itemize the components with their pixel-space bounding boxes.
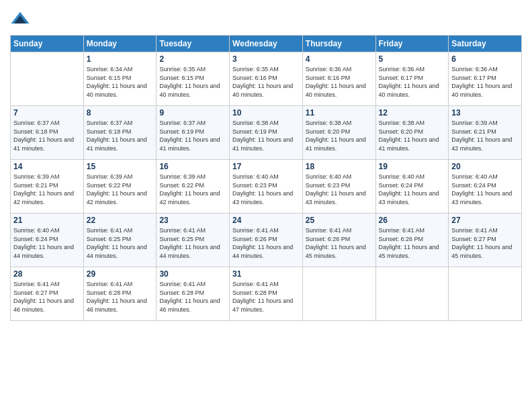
daylight-text: Daylight: 11 hours and 40 minutes. [306,83,366,98]
day-info: Sunrise: 6:41 AMSunset: 6:26 PMDaylight:… [306,226,373,260]
daylight-text: Daylight: 11 hours and 41 minutes. [306,136,366,152]
day-number: 10 [232,108,300,118]
daylight-text: Daylight: 11 hours and 41 minutes. [159,136,220,152]
day-number: 11 [306,108,373,118]
sunrise-text: Sunrise: 6:41 AM [159,281,206,287]
day-info: Sunrise: 6:41 AMSunset: 6:27 PMDaylight:… [451,226,519,260]
calendar-cell: 12Sunrise: 6:38 AMSunset: 6:20 PMDayligh… [375,106,449,160]
week-row-2: 14Sunrise: 6:39 AMSunset: 6:21 PMDayligh… [11,160,522,214]
sunset-text: Sunset: 6:25 PM [87,236,132,242]
sunrise-text: Sunrise: 6:36 AM [306,66,352,73]
calendar-cell: 11Sunrise: 6:38 AMSunset: 6:20 PMDayligh… [302,106,375,160]
sunrise-text: Sunrise: 6:40 AM [306,173,352,180]
daylight-text: Daylight: 11 hours and 42 minutes. [13,190,74,205]
sunset-text: Sunset: 6:19 PM [159,128,204,135]
sunset-text: Sunset: 6:27 PM [13,289,58,296]
sunrise-text: Sunrise: 6:41 AM [306,227,352,234]
calendar-cell: 19Sunrise: 6:40 AMSunset: 6:24 PMDayligh… [375,160,449,214]
sunset-text: Sunset: 6:16 PM [232,75,277,81]
sunrise-text: Sunrise: 6:36 AM [451,66,498,73]
day-number: 13 [451,108,519,118]
sunrise-text: Sunrise: 6:41 AM [159,227,206,234]
sunset-text: Sunset: 6:26 PM [232,236,277,242]
sunrise-text: Sunrise: 6:41 AM [87,227,133,234]
calendar-cell: 31Sunrise: 6:41 AMSunset: 6:28 PMDayligh… [230,267,303,321]
day-number: 17 [232,162,300,171]
day-number: 28 [13,269,81,279]
sunrise-text: Sunrise: 6:40 AM [451,173,498,180]
sunset-text: Sunset: 6:26 PM [306,236,351,242]
day-info: Sunrise: 6:38 AMSunset: 6:20 PMDaylight:… [306,119,373,152]
daylight-text: Daylight: 11 hours and 42 minutes. [159,190,220,205]
calendar-cell: 7Sunrise: 6:37 AMSunset: 6:18 PMDaylight… [11,106,84,160]
day-number: 30 [159,269,226,279]
day-number: 25 [306,216,373,225]
day-number: 24 [232,216,300,225]
day-info: Sunrise: 6:41 AMSunset: 6:25 PMDaylight:… [159,226,226,260]
day-number: 23 [159,216,226,225]
sunset-text: Sunset: 6:28 PM [159,289,204,296]
sunrise-text: Sunrise: 6:41 AM [87,281,133,287]
sunset-text: Sunset: 6:18 PM [13,128,58,135]
daylight-text: Daylight: 11 hours and 43 minutes. [379,190,439,205]
daylight-text: Daylight: 11 hours and 40 minutes. [87,83,147,98]
day-info: Sunrise: 6:34 AMSunset: 6:15 PMDaylight:… [87,65,154,99]
daylight-text: Daylight: 11 hours and 45 minutes. [379,244,439,259]
calendar-cell: 6Sunrise: 6:36 AMSunset: 6:17 PMDaylight… [449,52,522,106]
sunset-text: Sunset: 6:17 PM [379,75,424,81]
sunset-text: Sunset: 6:22 PM [87,182,132,189]
sunrise-text: Sunrise: 6:41 AM [232,281,279,287]
sunset-text: Sunset: 6:16 PM [306,75,351,81]
calendar-cell: 14Sunrise: 6:39 AMSunset: 6:21 PMDayligh… [11,160,84,214]
calendar-cell: 3Sunrise: 6:35 AMSunset: 6:16 PMDaylight… [230,52,303,106]
sunrise-text: Sunrise: 6:37 AM [159,120,206,126]
daylight-text: Daylight: 11 hours and 47 minutes. [232,298,293,313]
sunset-text: Sunset: 6:27 PM [451,236,496,242]
weekday-header-monday: Monday [83,36,157,52]
day-info: Sunrise: 6:39 AMSunset: 6:21 PMDaylight:… [451,119,519,152]
sunrise-text: Sunrise: 6:40 AM [379,173,425,180]
daylight-text: Daylight: 11 hours and 42 minutes. [451,136,512,152]
calendar-cell [302,267,375,321]
sunset-text: Sunset: 6:24 PM [451,182,496,189]
day-number: 26 [379,216,446,225]
day-info: Sunrise: 6:36 AMSunset: 6:16 PMDaylight:… [306,65,373,99]
day-number: 20 [451,162,519,171]
logo [10,9,33,30]
weekday-header-thursday: Thursday [302,36,375,52]
day-info: Sunrise: 6:40 AMSunset: 6:23 PMDaylight:… [306,173,373,206]
day-info: Sunrise: 6:39 AMSunset: 6:22 PMDaylight:… [159,173,226,206]
week-row-0: 1Sunrise: 6:34 AMSunset: 6:15 PMDaylight… [11,52,522,106]
sunrise-text: Sunrise: 6:40 AM [13,227,60,234]
day-info: Sunrise: 6:38 AMSunset: 6:20 PMDaylight:… [379,119,446,152]
sunset-text: Sunset: 6:20 PM [379,128,424,135]
sunset-text: Sunset: 6:17 PM [451,75,496,81]
day-number: 18 [306,162,373,171]
sunrise-text: Sunrise: 6:41 AM [451,227,498,234]
sunrise-text: Sunrise: 6:38 AM [232,120,279,126]
daylight-text: Daylight: 11 hours and 41 minutes. [13,136,74,152]
daylight-text: Daylight: 11 hours and 46 minutes. [159,298,220,313]
sunrise-text: Sunrise: 6:35 AM [232,66,279,73]
sunset-text: Sunset: 6:23 PM [232,182,277,189]
day-number: 1 [87,54,154,64]
sunset-text: Sunset: 6:15 PM [87,75,132,81]
sunrise-text: Sunrise: 6:35 AM [159,66,206,73]
daylight-text: Daylight: 11 hours and 45 minutes. [306,244,366,259]
sunset-text: Sunset: 6:28 PM [87,289,132,296]
sunrise-text: Sunrise: 6:39 AM [13,173,60,180]
day-number: 14 [13,162,81,171]
daylight-text: Daylight: 11 hours and 41 minutes. [87,136,147,152]
day-number: 5 [379,54,446,64]
page: SundayMondayTuesdayWednesdayThursdayFrid… [0,0,532,411]
weekday-header-tuesday: Tuesday [157,36,230,52]
sunrise-text: Sunrise: 6:37 AM [13,120,60,126]
day-number: 7 [13,108,81,118]
sunset-text: Sunset: 6:18 PM [87,128,132,135]
day-info: Sunrise: 6:37 AMSunset: 6:18 PMDaylight:… [13,119,81,152]
day-number: 9 [159,108,226,118]
week-row-3: 21Sunrise: 6:40 AMSunset: 6:24 PMDayligh… [11,214,522,267]
calendar-cell: 8Sunrise: 6:37 AMSunset: 6:18 PMDaylight… [83,106,157,160]
day-info: Sunrise: 6:40 AMSunset: 6:24 PMDaylight:… [379,173,446,206]
sunrise-text: Sunrise: 6:39 AM [159,173,206,180]
